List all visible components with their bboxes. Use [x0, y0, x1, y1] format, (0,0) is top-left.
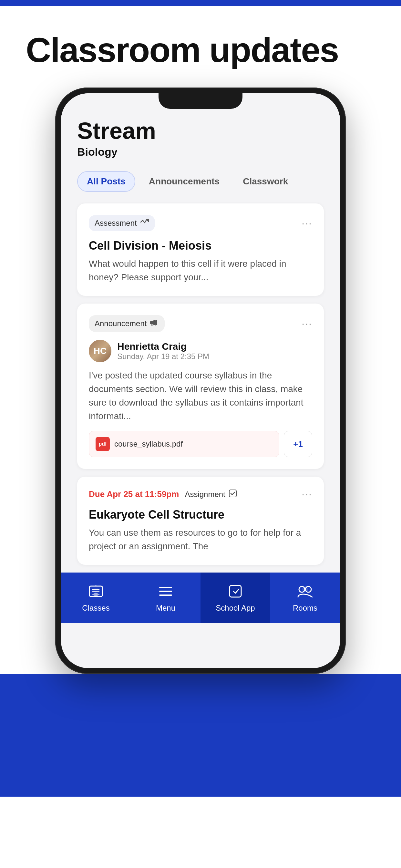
- menu-icon: [156, 582, 175, 601]
- tab-bar: All Posts Announcements Classwork: [77, 171, 324, 192]
- schoolapp-icon: [226, 582, 245, 601]
- nav-menu-label: Menu: [156, 603, 175, 613]
- megaphone-icon: [150, 318, 159, 329]
- announcement-text: I've posted the updated course syllabus …: [89, 369, 312, 423]
- bottom-nav: Classes Menu: [61, 572, 340, 623]
- assessment-text: What would happen to this cell if it wer…: [89, 257, 312, 284]
- assignment-badge-label: Assignment: [185, 490, 225, 499]
- assessment-badge: Assessment: [89, 215, 155, 231]
- author-name: Henrietta Craig: [117, 341, 209, 352]
- attachment-filename: course_syllabus.pdf: [114, 439, 183, 448]
- card-header-assignment: Due Apr 25 at 11:59pm Assignment: [89, 488, 312, 500]
- rooms-icon: [296, 582, 315, 601]
- avatar: HC: [89, 340, 112, 362]
- blue-bottom-section: [0, 674, 401, 797]
- due-date-label: Due Apr 25 at 11:59pm: [89, 489, 179, 499]
- assignment-more-button[interactable]: ···: [302, 488, 312, 500]
- nav-classes-label: Classes: [82, 603, 110, 613]
- page-title: Classroom updates: [26, 32, 375, 68]
- assessment-badge-label: Assessment: [95, 219, 137, 228]
- svg-rect-5: [229, 585, 241, 597]
- phone-screen: Stream Biology All Posts Announcements C…: [61, 93, 340, 668]
- page-header: Classroom updates: [0, 6, 401, 88]
- tab-announcements[interactable]: Announcements: [139, 171, 229, 192]
- attachment-extra[interactable]: +1: [284, 431, 312, 457]
- tab-classwork[interactable]: Classwork: [233, 171, 298, 192]
- tab-all-posts[interactable]: All Posts: [77, 171, 135, 192]
- assessment-icon: [140, 218, 149, 228]
- nav-rooms-label: Rooms: [293, 603, 317, 613]
- nav-classes[interactable]: Classes: [61, 572, 131, 623]
- svg-point-8: [302, 586, 308, 592]
- stream-subject: Biology: [77, 146, 324, 158]
- announcement-card: Announcement ···: [77, 304, 324, 469]
- nav-rooms[interactable]: Rooms: [270, 572, 340, 623]
- classes-icon: [86, 582, 105, 601]
- pdf-icon: pdf: [96, 437, 110, 451]
- assessment-title: Cell Division - Meiosis: [89, 239, 312, 252]
- author-row: HC Henrietta Craig Sunday, Apr 19 at 2:3…: [89, 340, 312, 362]
- card-header-announcement: Announcement ···: [89, 315, 312, 332]
- phone-mockup: Stream Biology All Posts Announcements C…: [55, 88, 346, 674]
- card-header-assessment: Assessment ···: [89, 215, 312, 231]
- phone-wrapper: Stream Biology All Posts Announcements C…: [0, 88, 401, 674]
- announcement-badge: Announcement: [89, 315, 165, 332]
- nav-menu[interactable]: Menu: [131, 572, 201, 623]
- assignment-title: Eukaryote Cell Structure: [89, 508, 312, 522]
- assignment-badge: Assignment: [185, 489, 237, 500]
- announcement-more-button[interactable]: ···: [302, 318, 312, 330]
- announcement-badge-label: Announcement: [95, 319, 147, 328]
- top-bar: [0, 0, 401, 6]
- stream-title: Stream: [77, 119, 324, 143]
- assignment-card: Due Apr 25 at 11:59pm Assignment: [77, 476, 324, 565]
- phone-notch: [158, 93, 243, 109]
- svg-rect-0: [229, 490, 236, 497]
- stream-header: Stream Biology: [77, 119, 324, 158]
- assessment-card: Assessment ··· Cell Division - Meiosis W…: [77, 204, 324, 296]
- assessment-more-button[interactable]: ···: [302, 217, 312, 229]
- checkbox-icon: [228, 489, 237, 500]
- attachment-row: pdf course_syllabus.pdf +1: [89, 431, 312, 457]
- attachment-pdf[interactable]: pdf course_syllabus.pdf: [89, 431, 279, 457]
- author-date: Sunday, Apr 19 at 2:35 PM: [117, 352, 209, 361]
- screen-content: Stream Biology All Posts Announcements C…: [61, 93, 340, 565]
- nav-school-app-label: School App: [216, 603, 255, 613]
- assignment-text: You can use them as resources to go to f…: [89, 526, 312, 553]
- nav-school-app[interactable]: School App: [201, 572, 270, 623]
